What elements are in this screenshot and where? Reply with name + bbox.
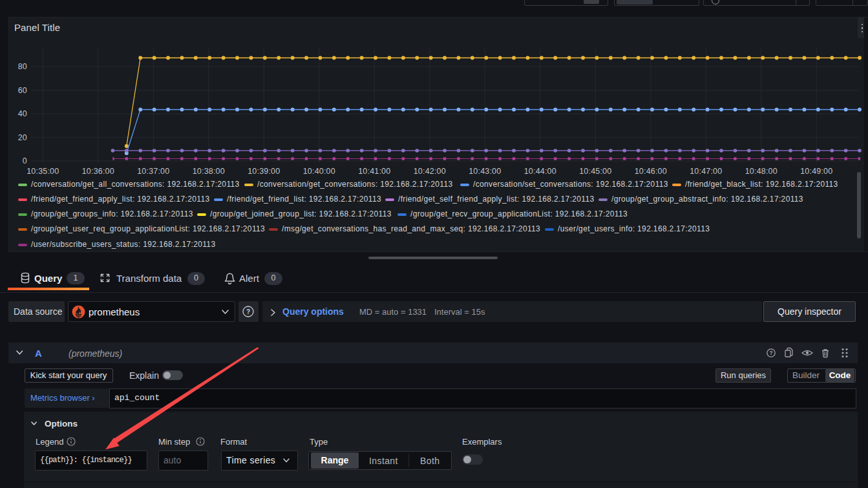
svg-text:?: ? bbox=[246, 308, 250, 315]
svg-text:?: ? bbox=[769, 350, 772, 356]
